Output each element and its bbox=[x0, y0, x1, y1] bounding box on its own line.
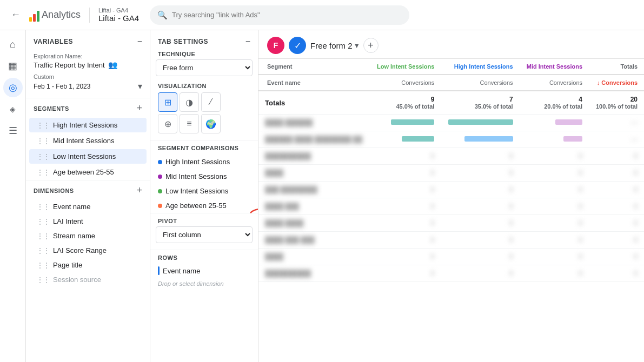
row-mid bbox=[520, 115, 589, 131]
drag-icon: ⋮⋮ bbox=[37, 276, 50, 284]
segment-item-mid-intent[interactable]: ⋮⋮ Mid Intent Sessions bbox=[29, 133, 147, 148]
row-event-name: ██████████ bbox=[258, 148, 370, 165]
dim-label: Page title bbox=[53, 261, 82, 269]
seg-comp-label-text: Low Intent Sessions bbox=[165, 187, 228, 195]
rows-event-name-label: Event name bbox=[163, 267, 200, 275]
technique-label: TECHNIQUE bbox=[150, 51, 258, 59]
row-total: 0 bbox=[589, 265, 644, 282]
seg-comp-dot bbox=[158, 204, 162, 208]
reports-icon[interactable]: ▦ bbox=[3, 56, 23, 76]
table-row: ████ ██████ — bbox=[258, 115, 644, 131]
row-low: 0 bbox=[370, 198, 441, 215]
date-range-value: Feb 1 - Feb 1, 2023 bbox=[34, 83, 90, 90]
drag-icon: ⋮⋮ bbox=[37, 122, 50, 129]
dim-item-event-name[interactable]: ⋮⋮ Event name bbox=[29, 200, 147, 213]
tab-name-dropdown[interactable]: Free form 2 ▾ bbox=[310, 41, 359, 50]
drag-icon: ⋮⋮ bbox=[37, 203, 50, 211]
viz-bar-btn[interactable]: ≡ bbox=[180, 114, 199, 133]
row-low bbox=[370, 115, 441, 131]
variables-close-icon[interactable]: − bbox=[137, 37, 142, 46]
configure-icon[interactable]: ☰ bbox=[3, 121, 23, 140]
row-low: 0 bbox=[370, 265, 441, 282]
row-event-name: ████ ████ bbox=[258, 215, 370, 232]
row-low: 0 bbox=[370, 215, 441, 232]
search-input[interactable] bbox=[172, 11, 402, 19]
row-mid: 0 bbox=[520, 165, 589, 182]
exploration-name: Traffic Report by Intent 👥 bbox=[26, 59, 150, 73]
seg-comp-label-text: Mid Intent Sessions bbox=[165, 172, 227, 180]
technique-select[interactable]: Free form bbox=[156, 59, 253, 76]
back-button[interactable]: ← bbox=[9, 7, 23, 23]
table-row: ██████ ████ ████████ ██ — bbox=[258, 131, 644, 148]
segments-add-icon[interactable]: + bbox=[136, 103, 142, 114]
tab-settings-panel: Tab Settings − TECHNIQUE Free form VISUA… bbox=[150, 30, 258, 362]
table-row: ████ ███ ███ 0 0 0 0 bbox=[258, 232, 644, 249]
dim-item-session-source[interactable]: ⋮⋮ Session source bbox=[29, 273, 147, 286]
row-high: 0 bbox=[441, 265, 519, 282]
segment-label: Age between 25-55 bbox=[53, 168, 114, 176]
seg-comp-age[interactable]: Age between 25-55 bbox=[150, 198, 258, 213]
viz-line-btn[interactable]: ⁄ bbox=[201, 92, 221, 112]
row-low: 0 bbox=[370, 148, 441, 165]
segment-item-age[interactable]: ⋮⋮ Age between 25-55 bbox=[29, 165, 147, 179]
rows-event-name[interactable]: Event name bbox=[150, 263, 258, 278]
table-row: ████ 0 0 0 0 bbox=[258, 165, 644, 182]
left-nav: ⌂ ▦ ◎ ◈ ☰ bbox=[0, 30, 26, 362]
dim-item-stream-name[interactable]: ⋮⋮ Stream name bbox=[29, 229, 147, 243]
viz-table-btn[interactable]: ⊞ bbox=[158, 92, 177, 112]
row-event-name: ████ ██████ bbox=[258, 115, 370, 131]
seg-comp-low-intent[interactable]: Low Intent Sessions bbox=[150, 184, 258, 198]
dim-label: Stream name bbox=[53, 232, 95, 240]
data-table-wrap: Segment Low Intent Sessions High Intent … bbox=[258, 59, 644, 362]
th-mid-intent: Mid Intent Sessions bbox=[520, 59, 589, 75]
tab-settings-close-icon[interactable]: − bbox=[245, 37, 250, 46]
row-event-name: ██████████ bbox=[258, 265, 370, 282]
technique-dropdown[interactable]: Free form bbox=[156, 59, 253, 76]
row-total: — bbox=[589, 131, 644, 148]
explore-icon[interactable]: ◎ bbox=[3, 78, 23, 97]
row-event-name: ████ ███ ███ bbox=[258, 232, 370, 249]
th-segment: Segment bbox=[258, 59, 370, 75]
pivot-select[interactable]: First column bbox=[156, 226, 253, 243]
viz-scatter-btn[interactable]: ⊕ bbox=[158, 114, 177, 133]
th-high-sub: Conversions bbox=[441, 75, 519, 91]
home-icon[interactable]: ⌂ bbox=[3, 35, 23, 54]
th-event-name: Event name bbox=[258, 75, 370, 91]
viz-geo-btn[interactable]: 🌍 bbox=[201, 114, 221, 133]
segment-item-low-intent[interactable]: ⋮⋮ Low Intent Sessions bbox=[29, 149, 147, 164]
row-high: 0 bbox=[441, 198, 519, 215]
table-row: ██████████ 0 0 0 0 bbox=[258, 148, 644, 165]
th-low-intent: Low Intent Sessions bbox=[370, 59, 441, 75]
pivot-dropdown[interactable]: First column bbox=[156, 226, 253, 243]
dim-item-page-title[interactable]: ⋮⋮ Page title bbox=[29, 258, 147, 272]
data-top-bar: F ✓ Free form 2 ▾ + bbox=[258, 30, 644, 59]
tab-dropdown-chevron: ▾ bbox=[355, 41, 359, 50]
row-mid: 0 bbox=[520, 265, 589, 282]
advertising-icon[interactable]: ◈ bbox=[3, 99, 23, 119]
seg-comp-mid-intent[interactable]: Mid Intent Sessions bbox=[150, 169, 258, 184]
account-sub: Liftai - GA4 bbox=[98, 7, 139, 14]
dim-item-lai-score[interactable]: ⋮⋮ LAI Score Range bbox=[29, 244, 147, 257]
tab-name: Free form 2 bbox=[310, 41, 353, 50]
row-event-name: ████ bbox=[258, 165, 370, 182]
add-tab-button[interactable]: + bbox=[363, 38, 379, 53]
date-dropdown-icon[interactable]: ▾ bbox=[138, 81, 142, 91]
account-info[interactable]: Liftai - GA4 Liftai - GA4 bbox=[98, 7, 139, 23]
row-low: 0 bbox=[370, 232, 441, 249]
seg-comp-high-intent[interactable]: High Intent Sessions bbox=[150, 155, 258, 169]
row-low bbox=[370, 131, 441, 148]
segment-label: Low Intent Sessions bbox=[53, 152, 116, 160]
drag-icon: ⋮⋮ bbox=[37, 137, 50, 145]
row-total: 0 bbox=[589, 148, 644, 165]
viz-pie-btn[interactable]: ◑ bbox=[180, 92, 199, 112]
dimensions-add-icon[interactable]: + bbox=[136, 185, 142, 196]
search-bar[interactable]: 🔍 bbox=[150, 5, 409, 25]
dim-item-lai-intent[interactable]: ⋮⋮ LAI Intent bbox=[29, 214, 147, 228]
viz-grid: ⊞ ◑ ⁄ ⊕ ≡ 🌍 bbox=[150, 92, 258, 140]
row-event-name: ███ ████████ bbox=[258, 182, 370, 198]
data-table: Segment Low Intent Sessions High Intent … bbox=[258, 59, 644, 282]
rows-dot bbox=[158, 266, 160, 275]
row-total: 0 bbox=[589, 198, 644, 215]
segment-item-high-intent[interactable]: ⋮⋮ High Intent Sessions bbox=[29, 118, 147, 132]
date-range-row: Feb 1 - Feb 1, 2023 ▾ bbox=[26, 80, 150, 98]
